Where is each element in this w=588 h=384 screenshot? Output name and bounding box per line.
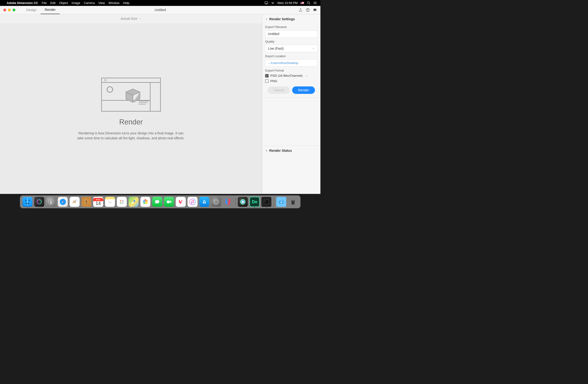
render-status-title: Render Status bbox=[269, 149, 292, 153]
dock-separator bbox=[235, 197, 235, 206]
feedback-icon[interactable] bbox=[313, 8, 317, 12]
menu-window[interactable]: Window bbox=[108, 1, 120, 5]
app-name[interactable]: Adobe Dimension CC bbox=[7, 1, 38, 5]
menu-camera[interactable]: Camera bbox=[84, 1, 95, 5]
help-icon[interactable] bbox=[306, 8, 310, 12]
chevron-down-icon bbox=[265, 18, 268, 20]
svg-line-75 bbox=[294, 201, 294, 204]
traffic-lights bbox=[0, 9, 15, 12]
dock: NOV 14 bbox=[20, 195, 300, 209]
svg-point-11 bbox=[308, 11, 308, 11]
spotlight-icon[interactable] bbox=[307, 1, 311, 5]
dock-notes-icon[interactable] bbox=[105, 197, 115, 207]
zoom-label[interactable]: Actual Size bbox=[121, 17, 137, 21]
svg-point-41 bbox=[120, 203, 121, 204]
dock-safari-icon[interactable] bbox=[58, 197, 68, 207]
chevron-down-icon bbox=[312, 47, 315, 50]
dock-calendar-icon[interactable]: NOV 14 bbox=[93, 197, 103, 207]
svg-point-48 bbox=[145, 202, 147, 204]
dock-magnet-icon[interactable] bbox=[223, 197, 233, 207]
svg-point-20 bbox=[107, 86, 113, 92]
render-settings-content: Export Filename Quality Low (Fast) Expor… bbox=[262, 24, 321, 97]
screen-mirroring-icon[interactable] bbox=[265, 1, 268, 5]
svg-line-3 bbox=[309, 3, 310, 4]
share-icon[interactable] bbox=[299, 8, 302, 12]
location-input[interactable]: .../Users/dmx/Desktop bbox=[265, 59, 317, 66]
tab-render[interactable]: Render bbox=[41, 6, 60, 14]
svg-text:>_: >_ bbox=[265, 200, 267, 202]
dock-messages-icon[interactable] bbox=[152, 197, 162, 207]
window-maximize-button[interactable] bbox=[12, 9, 15, 12]
menu-image[interactable]: Image bbox=[72, 1, 80, 5]
dock-terminal-icon[interactable]: >_ bbox=[261, 197, 272, 207]
dock-news-icon[interactable] bbox=[176, 197, 186, 207]
dock-downloads-icon[interactable] bbox=[276, 197, 286, 207]
svg-point-13 bbox=[314, 9, 315, 10]
quality-select[interactable]: Low (Fast) bbox=[265, 45, 317, 52]
checkbox-icon bbox=[265, 79, 269, 83]
svg-point-35 bbox=[86, 200, 87, 202]
menu-edit[interactable]: Edit bbox=[50, 1, 56, 5]
window-minimize-button[interactable] bbox=[8, 9, 11, 12]
format-png-checkbox[interactable]: PNG bbox=[265, 79, 317, 83]
cancel-button[interactable]: Cancel bbox=[268, 86, 290, 94]
dock-maps-icon[interactable] bbox=[129, 197, 139, 207]
menu-help[interactable]: Help bbox=[123, 1, 129, 5]
svg-line-62 bbox=[214, 200, 215, 200]
input-source-flag-icon[interactable] bbox=[300, 2, 304, 4]
menubar-clock[interactable]: Wed 10:58 PM bbox=[277, 1, 297, 5]
menu-file[interactable]: File bbox=[42, 1, 46, 5]
svg-point-39 bbox=[120, 200, 121, 201]
dock-finder-icon[interactable] bbox=[22, 197, 32, 207]
svg-point-28 bbox=[37, 200, 42, 204]
dock-itunes-icon[interactable] bbox=[188, 197, 198, 207]
main-area: Actual Size Render Rendering is how Dime… bbox=[0, 14, 321, 194]
render-button[interactable]: Render bbox=[292, 86, 315, 94]
quality-value: Low (Fast) bbox=[268, 47, 284, 51]
filename-input[interactable] bbox=[265, 30, 317, 38]
dock-reminders-icon[interactable] bbox=[117, 197, 127, 207]
bluetooth-icon[interactable] bbox=[271, 1, 274, 5]
svg-point-40 bbox=[120, 201, 121, 203]
svg-line-63 bbox=[218, 203, 218, 204]
chevron-down-icon[interactable] bbox=[139, 17, 141, 20]
dock-trash-icon[interactable] bbox=[288, 197, 298, 207]
dock-facetime-icon[interactable] bbox=[164, 197, 174, 207]
format-label: Export Format bbox=[265, 69, 317, 72]
chevron-down-icon[interactable] bbox=[305, 74, 308, 77]
dock-dimension-icon[interactable]: Dn bbox=[250, 197, 260, 207]
menu-view[interactable]: View bbox=[98, 1, 105, 5]
checkbox-icon bbox=[265, 74, 269, 77]
svg-rect-51 bbox=[167, 200, 170, 203]
placeholder-title: Render bbox=[119, 118, 143, 126]
svg-point-18 bbox=[105, 79, 106, 81]
mode-tabs: Design Render bbox=[22, 6, 60, 14]
render-settings-header[interactable]: Render Settings bbox=[262, 14, 321, 24]
svg-point-26 bbox=[25, 200, 26, 201]
dock-area: NOV 14 bbox=[0, 194, 321, 209]
render-status-header[interactable]: Render Status bbox=[262, 146, 321, 155]
menu-object[interactable]: Object bbox=[59, 1, 68, 5]
dock-appstore-icon[interactable] bbox=[199, 197, 209, 207]
dock-photos-icon[interactable] bbox=[140, 197, 150, 207]
svg-point-15 bbox=[315, 9, 316, 10]
dock-launchpad-icon[interactable] bbox=[46, 197, 56, 207]
dock-settings-icon[interactable] bbox=[211, 197, 221, 207]
filename-label: Export Filename bbox=[265, 25, 317, 29]
svg-line-64 bbox=[214, 203, 215, 204]
dock-media-icon[interactable] bbox=[238, 197, 248, 207]
svg-point-57 bbox=[215, 201, 217, 203]
dock-contacts-icon[interactable] bbox=[81, 197, 91, 207]
render-placeholder-illustration bbox=[100, 77, 162, 113]
location-value: .../Users/dmx/Desktop bbox=[268, 61, 298, 65]
menu-list-icon[interactable] bbox=[313, 1, 317, 5]
canvas-toolbar: Actual Size bbox=[0, 14, 262, 23]
menubar-status: Wed 10:58 PM bbox=[265, 1, 317, 5]
dock-mail-icon[interactable] bbox=[70, 197, 80, 207]
svg-point-2 bbox=[307, 2, 310, 4]
format-psd-checkbox[interactable]: PSD (16 Bits/Channel) bbox=[265, 74, 317, 78]
svg-point-9 bbox=[314, 3, 314, 4]
dock-siri-icon[interactable] bbox=[34, 197, 44, 207]
tab-design[interactable]: Design bbox=[22, 6, 41, 14]
window-close-button[interactable] bbox=[3, 9, 6, 12]
